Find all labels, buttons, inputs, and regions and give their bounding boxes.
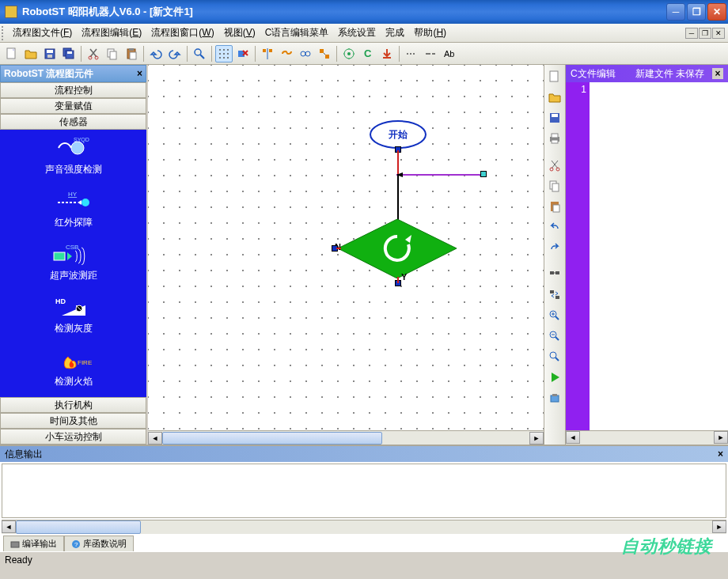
category-time[interactable]: 时间及其他 (0, 413, 146, 429)
c-lang-icon[interactable]: C (359, 45, 377, 62)
st-print-icon[interactable] (546, 130, 563, 147)
menu-help[interactable]: 帮助(H) (409, 25, 451, 41)
sensor-ultrasonic[interactable]: CSB 超声波测距 (0, 236, 146, 289)
menu-clang[interactable]: C语言编辑菜单 (260, 25, 334, 41)
st-cut-icon[interactable] (546, 157, 563, 174)
code-hscrollbar[interactable]: ◄ ► (566, 430, 728, 445)
category-sensor[interactable]: 传感器 (0, 114, 146, 130)
scroll-right-arrow[interactable]: ► (529, 432, 544, 445)
st-redo-icon[interactable] (546, 239, 563, 256)
st-paste-icon[interactable] (546, 198, 563, 215)
svg-rect-74 (555, 296, 559, 299)
mdi-restore[interactable]: ❐ (699, 28, 711, 39)
svg-text:Ab: Ab (444, 49, 454, 59)
st-new-icon[interactable] (546, 68, 563, 85)
scroll-thumb[interactable] (16, 520, 141, 534)
start-node[interactable]: 开始 (370, 120, 427, 149)
code-editor[interactable]: 1 (566, 82, 728, 430)
menu-view[interactable]: 视图(V) (219, 25, 260, 41)
copy-icon[interactable] (104, 45, 121, 62)
components-panel-close[interactable]: × (137, 68, 142, 79)
close-button[interactable]: ✕ (707, 3, 726, 21)
svg-point-22 (219, 57, 221, 59)
save-icon[interactable] (41, 45, 59, 62)
st-zoomout-icon[interactable] (546, 327, 563, 345)
maximize-button[interactable]: ❐ (687, 3, 706, 21)
connector-line (336, 247, 341, 250)
scroll-track[interactable] (162, 432, 529, 445)
hline-icon[interactable] (403, 45, 420, 62)
loop-port[interactable] (480, 171, 487, 177)
st-replace-icon[interactable] (546, 286, 563, 304)
delete-node-icon[interactable] (234, 45, 252, 62)
sensor-sound[interactable]: SYQD 声音强度检测 (0, 130, 146, 183)
st-find-icon[interactable] (546, 266, 563, 283)
st-undo-icon[interactable] (546, 218, 563, 236)
svg-text:HY: HY (68, 191, 78, 198)
scroll-thumb[interactable] (162, 432, 382, 445)
st-open-icon[interactable] (546, 89, 563, 106)
grid-icon[interactable] (215, 45, 233, 62)
menu-settings[interactable]: 系统设置 (333, 25, 381, 41)
canvas-hscrollbar[interactable]: ◄ ► (148, 430, 544, 445)
redo-icon[interactable] (166, 45, 184, 62)
zoom-icon[interactable] (191, 45, 208, 62)
menu-grip (2, 26, 6, 40)
svg-rect-86 (11, 542, 19, 547)
output-tab-compile[interactable]: 编译输出 (3, 535, 64, 551)
output-hscrollbar[interactable]: ◄ ► (2, 520, 726, 534)
code-text[interactable] (590, 82, 728, 430)
st-run-icon[interactable] (546, 369, 563, 386)
output-body[interactable] (2, 464, 726, 518)
svg-point-18 (227, 49, 229, 51)
st-settings-icon[interactable] (546, 389, 563, 407)
scroll-left-arrow[interactable]: ◄ (2, 520, 16, 533)
sensor-fire[interactable]: FIRE 检测火焰 (0, 342, 146, 395)
undo-icon[interactable] (147, 45, 165, 62)
scroll-left-arrow[interactable]: ◄ (148, 432, 162, 445)
new-icon[interactable] (3, 45, 21, 62)
vline-icon[interactable] (422, 45, 439, 62)
menu-finish[interactable]: 完成 (381, 25, 409, 41)
scroll-right-arrow[interactable]: ► (712, 520, 726, 533)
svg-rect-32 (325, 55, 329, 59)
flowchart-canvas[interactable]: 开始 N Y (148, 65, 544, 430)
sensor-ir[interactable]: HY 红外探障 (0, 183, 146, 236)
menu-edit[interactable]: 流程图编辑(E) (77, 25, 146, 41)
category-actuator[interactable]: 执行机构 (0, 397, 146, 413)
align-icon[interactable] (259, 45, 276, 62)
category-car[interactable]: 小车运动控制 (0, 429, 146, 445)
code-panel-close[interactable]: × (712, 68, 723, 79)
menu-window[interactable]: 流程图窗口(W) (146, 25, 218, 41)
sensor-gray[interactable]: HD 检测灰度 (0, 289, 146, 342)
category-flow-control[interactable]: 流程控制 (0, 82, 146, 98)
open-icon[interactable] (22, 45, 40, 62)
scroll-right-arrow[interactable]: ► (714, 431, 728, 444)
output-panel: 信息输出 × ◄ ► 编译输出 ? 库函数说明 (0, 445, 728, 551)
text-icon[interactable]: Ab (441, 45, 458, 62)
category-variable[interactable]: 变量赋值 (0, 98, 146, 114)
build-icon[interactable] (340, 45, 358, 62)
output-panel-close[interactable]: × (718, 448, 723, 460)
st-zoomfit-icon[interactable] (546, 348, 563, 365)
paste-icon[interactable] (123, 45, 140, 62)
saveall-icon[interactable] (60, 45, 78, 62)
download-icon[interactable] (378, 45, 396, 62)
code-gutter: 1 (566, 82, 590, 430)
unlink-icon[interactable] (297, 45, 314, 62)
svg-rect-70 (550, 271, 554, 274)
mdi-close[interactable]: ✕ (712, 28, 725, 39)
code-panel-title-right: 新建文件 未保存 (635, 67, 704, 81)
decision-node[interactable] (338, 219, 457, 278)
output-tab-library[interactable]: ? 库函数说明 (64, 535, 134, 551)
scroll-left-arrow[interactable]: ◄ (566, 431, 580, 444)
st-copy-icon[interactable] (546, 177, 563, 195)
minimize-button[interactable]: ─ (666, 3, 685, 21)
st-save-icon[interactable] (546, 109, 563, 127)
st-zoomin-icon[interactable] (546, 307, 563, 324)
group-icon[interactable] (316, 45, 333, 62)
link-icon[interactable] (278, 45, 295, 62)
mdi-minimize[interactable]: ─ (685, 28, 698, 39)
cut-icon[interactable] (85, 45, 102, 62)
menu-file[interactable]: 流程图文件(F) (8, 25, 77, 41)
